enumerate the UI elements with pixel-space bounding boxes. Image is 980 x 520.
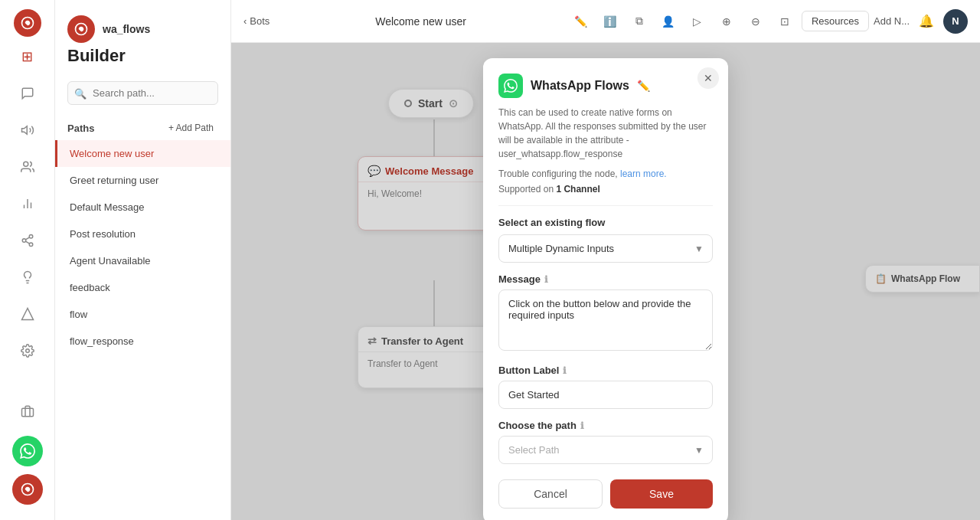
path-item-default-message[interactable]: Default Message: [55, 194, 230, 221]
modal-title: WhatsApp Flows: [531, 79, 629, 93]
svg-point-14: [25, 349, 29, 353]
message-info-icon[interactable]: ℹ: [544, 274, 548, 285]
modal-overlay: ✕ WhatsApp Flows ✏️ This can be used to …: [231, 43, 980, 520]
icon-sidebar: ⊞: [0, 0, 55, 520]
triangle-icon[interactable]: [11, 297, 44, 331]
path-select-wrapper: Select Path ▼: [498, 436, 713, 464]
zoom-out-button[interactable]: ⊖: [743, 9, 768, 34]
canvas-area[interactable]: Start ⊙ 💬 Welcome Message Hi, Welcome! ⇄…: [231, 43, 980, 520]
info-icon-button[interactable]: ℹ️: [598, 9, 622, 34]
search-box: 🔍: [67, 81, 218, 105]
flow-name-input[interactable]: [279, 15, 563, 28]
choose-path-info-icon[interactable]: ℹ: [580, 420, 584, 431]
path-item-flow-response[interactable]: flow_response: [55, 328, 230, 355]
main-area: ‹ Bots ✏️ ℹ️ ⧉ 👤 ▷ ⊕ ⊖ ⊡ Resources Add N…: [231, 0, 980, 520]
topbar-actions: ✏️ ℹ️ ⧉ 👤 ▷ ⊕ ⊖ ⊡ Resources Add N... 🔔 N: [569, 9, 968, 34]
zoom-fit-button[interactable]: ⊡: [773, 9, 797, 34]
svg-marker-13: [21, 309, 33, 320]
message-textarea[interactable]: Click on the button below and provide th…: [498, 289, 713, 351]
choose-path-field-label: Choose the path ℹ: [483, 420, 728, 436]
app-logo: [14, 9, 41, 37]
modal-actions: Cancel Save: [483, 475, 728, 520]
builder-app-logo: [67, 15, 95, 43]
modal-description: This can be used to create native forms …: [483, 106, 728, 168]
user-icon-button[interactable]: 👤: [656, 9, 681, 34]
resources-button[interactable]: Resources: [802, 11, 869, 31]
notification-button[interactable]: 🔔: [914, 9, 939, 34]
cancel-button[interactable]: Cancel: [498, 479, 603, 509]
svg-marker-1: [21, 126, 27, 135]
builder-title: Builder: [67, 46, 218, 66]
path-item-welcome-new-user[interactable]: Welcome new user: [55, 140, 230, 167]
modal-edit-icon[interactable]: ✏️: [637, 80, 650, 92]
svg-line-9: [25, 241, 29, 244]
share-icon[interactable]: [11, 224, 44, 257]
select-flow-label: Select an existing flow: [483, 206, 728, 234]
users-icon[interactable]: [11, 150, 44, 184]
svg-line-10: [25, 237, 29, 240]
add-path-button[interactable]: + Add Path: [164, 120, 218, 136]
paths-label: Paths: [67, 123, 94, 134]
path-item-greet-returning[interactable]: Greet returning user: [55, 167, 230, 194]
add-node-label: Add N...: [874, 15, 910, 27]
save-button[interactable]: Save: [610, 479, 713, 509]
copy-icon-button[interactable]: ⧉: [627, 9, 652, 34]
path-select[interactable]: Select Path: [498, 436, 713, 464]
chart-icon[interactable]: [11, 187, 44, 221]
path-item-feedback[interactable]: feedback: [55, 274, 230, 301]
gear-icon[interactable]: [11, 334, 44, 368]
button-label-field-label: Button Label ℹ: [483, 365, 728, 381]
play-icon-button[interactable]: ▷: [685, 9, 710, 34]
modal-trouble-text: Trouble configuring the node, learn more…: [483, 168, 728, 184]
whatsapp-support-button[interactable]: [12, 436, 43, 466]
modal-channel-text: Supported on 1 Channel: [483, 184, 728, 205]
svg-point-8: [29, 243, 33, 247]
megaphone-icon[interactable]: [11, 113, 44, 147]
home-icon[interactable]: ⊞: [11, 40, 44, 74]
learn-more-link[interactable]: learn more.: [620, 168, 667, 179]
path-item-agent-unavailable[interactable]: Agent Unavailable: [55, 247, 230, 274]
chat-icon[interactable]: [11, 77, 44, 110]
app-support-button[interactable]: [12, 474, 43, 505]
svg-point-7: [22, 239, 26, 243]
button-label-input[interactable]: [498, 381, 713, 409]
message-field-label: Message ℹ: [483, 273, 728, 289]
back-button[interactable]: ‹ Bots: [243, 15, 270, 27]
whatsapp-flows-modal: ✕ WhatsApp Flows ✏️ This can be used to …: [483, 58, 728, 520]
topbar: ‹ Bots ✏️ ℹ️ ⧉ 👤 ▷ ⊕ ⊖ ⊡ Resources Add N…: [231, 0, 980, 43]
back-label: Bots: [250, 15, 270, 27]
user-avatar[interactable]: N: [943, 9, 968, 34]
flow-select-wrapper: Multiple Dynamic Inputs Flow 2 Flow 3 ▼: [498, 234, 713, 263]
team-icon[interactable]: [11, 394, 44, 428]
edit-icon-button[interactable]: ✏️: [569, 9, 593, 34]
search-icon: 🔍: [74, 87, 87, 99]
builder-panel: wa_flows Builder 🔍 Paths + Add Path Welc…: [55, 0, 231, 520]
bulb-icon[interactable]: [11, 260, 44, 294]
modal-title-row: WhatsApp Flows ✏️: [483, 58, 728, 106]
svg-rect-15: [21, 408, 33, 417]
svg-point-2: [23, 162, 28, 166]
flow-select[interactable]: Multiple Dynamic Inputs Flow 2 Flow 3: [498, 234, 713, 263]
path-item-post-resolution[interactable]: Post resolution: [55, 221, 230, 247]
search-input[interactable]: [67, 81, 218, 105]
path-list: Welcome new user Greet returning user De…: [55, 140, 230, 520]
paths-header: Paths + Add Path: [55, 116, 230, 140]
channel-count: 1 Channel: [556, 184, 599, 195]
modal-close-button[interactable]: ✕: [697, 67, 719, 89]
app-title-row: wa_flows: [67, 15, 218, 43]
zoom-in-button[interactable]: ⊕: [714, 9, 739, 34]
svg-point-6: [29, 235, 33, 239]
app-name-label: wa_flows: [103, 23, 150, 35]
path-item-flow[interactable]: flow: [55, 301, 230, 328]
button-label-info-icon[interactable]: ℹ: [563, 365, 567, 376]
chevron-left-icon: ‹: [243, 15, 247, 27]
whatsapp-icon-box: [498, 74, 523, 98]
